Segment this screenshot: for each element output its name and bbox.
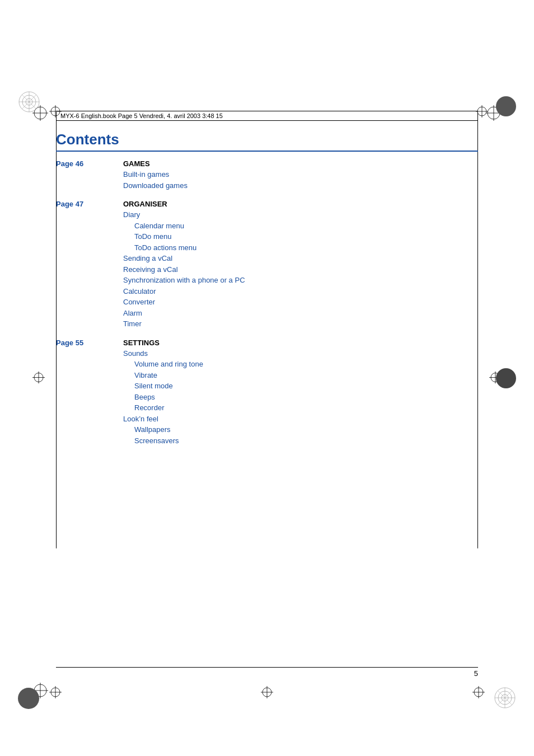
page-label-47: Page 47 bbox=[56, 200, 123, 330]
entry-sending-vcal: Sending a vCal bbox=[123, 253, 478, 264]
toc-section-settings: Page 55 SETTINGS Sounds Volume and ring … bbox=[56, 339, 478, 447]
entry-alarm: Alarm bbox=[123, 308, 478, 319]
entry-recorder: Recorder bbox=[134, 402, 478, 414]
entry-vibrate: Vibrate bbox=[134, 370, 478, 381]
deco-web-top-left bbox=[18, 91, 40, 113]
section-content-settings: SETTINGS Sounds Volume and ring tone Vib… bbox=[123, 339, 478, 447]
section-header-organiser: ORGANISER bbox=[123, 200, 478, 208]
page-label-55: Page 55 bbox=[56, 339, 123, 447]
entry-synchronization: Synchronization with a phone or a PC bbox=[123, 275, 478, 286]
toc-section-games: Page 46 GAMES Built-in games Downloaded … bbox=[56, 159, 478, 191]
entry-calendar-menu: Calendar menu bbox=[134, 220, 478, 232]
footer-rule bbox=[56, 667, 478, 668]
section-content-games: GAMES Built-in games Downloaded games bbox=[123, 159, 478, 191]
file-info: MYX-6 English.book Page 5 Vendredi, 4. a… bbox=[56, 112, 223, 119]
section-content-organiser: ORGANISER Diary Calendar menu ToDo menu … bbox=[123, 200, 478, 330]
deco-circle-top-right bbox=[496, 96, 516, 116]
title-divider bbox=[56, 151, 478, 152]
toc-container: Page 46 GAMES Built-in games Downloaded … bbox=[56, 159, 478, 446]
deco-circle-bottom-left bbox=[18, 688, 39, 709]
header-strip: MYX-6 English.book Page 5 Vendredi, 4. a… bbox=[56, 111, 478, 121]
reg-mark-bottom-center bbox=[261, 686, 273, 700]
entry-built-in-games: Built-in games bbox=[123, 169, 478, 180]
reg-mark-mid-left bbox=[32, 371, 45, 385]
entry-wallpapers: Wallpapers bbox=[134, 424, 478, 435]
entry-silent-mode: Silent mode bbox=[134, 381, 478, 392]
reg-mark-bottom-left-inner bbox=[49, 686, 62, 700]
section-header-games: GAMES bbox=[123, 159, 478, 168]
page-title: Contents bbox=[56, 131, 119, 148]
page-label-46: Page 46 bbox=[56, 159, 123, 191]
deco-web-bottom-right bbox=[494, 687, 516, 709]
entry-sounds: Sounds bbox=[123, 348, 478, 359]
entry-calculator: Calculator bbox=[123, 286, 478, 297]
entry-screensavers: Screensavers bbox=[134, 435, 478, 447]
entry-downloaded-games: Downloaded games bbox=[123, 180, 478, 191]
entry-beeps: Beeps bbox=[134, 392, 478, 403]
entry-converter: Converter bbox=[123, 297, 478, 308]
section-header-settings: SETTINGS bbox=[123, 339, 478, 347]
deco-circle-mid-right bbox=[496, 368, 516, 388]
entry-look-feel: Look’n feel bbox=[123, 414, 478, 425]
content-area: Contents Page 46 GAMES Built-in games Do… bbox=[56, 123, 478, 666]
entry-todo-menu: ToDo menu bbox=[134, 231, 478, 242]
page: MYX-6 English.book Page 5 Vendredi, 4. a… bbox=[0, 0, 534, 756]
entry-todo-actions-menu: ToDo actions menu bbox=[134, 242, 478, 253]
page-title-container: Contents bbox=[56, 131, 478, 148]
entry-receiving-vcal: Receiving a vCal bbox=[123, 264, 478, 275]
entry-diary: Diary bbox=[123, 209, 478, 220]
toc-section-organiser: Page 47 ORGANISER Diary Calendar menu To… bbox=[56, 200, 478, 330]
reg-mark-bottom-right-inner bbox=[472, 686, 485, 700]
entry-volume-ring: Volume and ring tone bbox=[134, 359, 478, 370]
page-number: 5 bbox=[474, 669, 478, 678]
entry-timer: Timer bbox=[123, 318, 478, 330]
